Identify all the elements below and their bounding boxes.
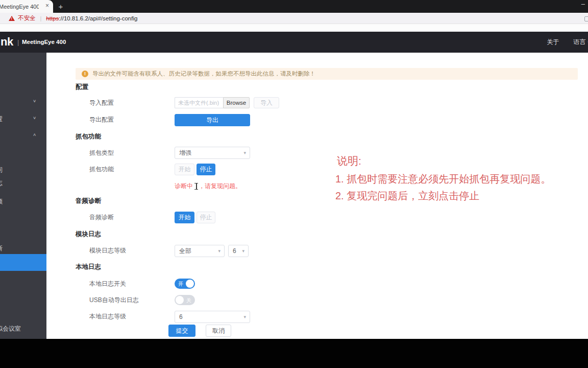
toggle-off-label: 关 — [186, 297, 191, 304]
sidebar-subitem-2[interactable]: 志 — [0, 177, 46, 189]
export-warning-alert: ! 导出的文件可能含有联系人、历史记录等数据，如果您不想导出此信息，请及时删除！ — [76, 68, 578, 80]
sidebar-group-3[interactable]: ∧ — [0, 130, 46, 142]
sidebar-item-label: 置 — [0, 115, 3, 124]
alert-text: 导出的文件可能含有联系人、历史记录等数据，如果您不想导出此信息，请及时删除！ — [92, 70, 315, 78]
status-text-pre: 诊断中 — [175, 182, 193, 191]
warning-icon: ! — [82, 71, 88, 77]
browser-tab[interactable]: MeetingEye 400 × — [0, 0, 53, 13]
url-scheme: https — [46, 15, 59, 21]
chevron-down-icon: ∨ — [33, 99, 36, 103]
browser-tabstrip: MeetingEye 400 × + – — [0, 0, 588, 13]
sidebar-item-label: 志 — [0, 179, 3, 188]
browse-button[interactable]: Browse — [223, 97, 250, 108]
letterbox-bar — [0, 339, 588, 368]
screen: MeetingEye 400 × + – 不安全 | https ://10.8… — [0, 0, 588, 368]
sidebar-item-virtual-meeting-room[interactable]: 拟会议室 — [0, 323, 46, 335]
caret-down-icon: ▾ — [242, 248, 244, 254]
sidebar-subitem-3[interactable]: 频 — [0, 195, 46, 208]
audio-diag-label: 音频诊断 — [89, 213, 114, 222]
sidebar-item-label: 频 — [0, 197, 3, 206]
window-minimize-button[interactable]: – — [581, 0, 585, 8]
url-text: ://10.81.6.2/api#/setting-config — [59, 15, 137, 21]
address-divider: | — [40, 15, 42, 21]
import-config-label: 导入配置 — [89, 99, 114, 107]
import-file-input[interactable] — [175, 97, 223, 108]
local-log-level-select[interactable]: 6 ▾ — [175, 311, 250, 323]
local-log-level-label: 本地日志等级 — [89, 312, 126, 321]
select-value: 6 — [179, 313, 183, 320]
language-label: 语言 — [573, 38, 585, 45]
chevron-down-icon: ∨ — [33, 116, 36, 120]
main-content: ! 导出的文件可能含有联系人、历史记录等数据，如果您不想导出此信息，请及时删除！… — [46, 53, 588, 339]
sidebar-item-label: 拟会议室 — [0, 325, 21, 333]
cancel-button[interactable]: 取消 — [206, 325, 231, 337]
capture-type-select[interactable]: 增强 ▾ — [175, 147, 250, 159]
section-title-module-log: 模块日志 — [76, 230, 101, 239]
section-title-config: 配置 — [76, 83, 88, 91]
logo-divider: | — [17, 38, 19, 46]
chevron-up-icon: ∧ — [33, 132, 36, 137]
capture-type-label: 抓包类型 — [89, 149, 114, 157]
export-button[interactable]: 导出 — [175, 114, 250, 126]
sidebar-item-label: 断 — [0, 244, 3, 253]
annotation-line-1: 1. 抓包时需要注意必须先开始抓包再复现问题。 — [335, 172, 551, 186]
select-value: 6 — [233, 247, 236, 255]
sidebar-item-label: 间 — [0, 166, 3, 174]
sidebar-subitem-4[interactable]: 断 — [0, 242, 46, 255]
about-menu-item[interactable]: 关于 — [547, 38, 559, 47]
select-value: 增强 — [179, 149, 191, 157]
toggle-knob — [176, 296, 184, 304]
text-cursor-icon — [194, 183, 199, 190]
caret-down-icon: ▾ — [218, 248, 220, 254]
select-value: 全部 — [179, 247, 191, 256]
export-config-label: 导出配置 — [89, 116, 114, 124]
address-bar[interactable]: 不安全 | https ://10.81.6.2/api#/setting-co… — [0, 13, 588, 24]
sidebar-group-2[interactable]: 置 ∨ — [0, 113, 46, 125]
usb-export-toggle[interactable]: 关 — [175, 295, 195, 305]
language-menu-item[interactable]: 语言▾ — [573, 38, 588, 47]
submit-button[interactable]: 提交 — [168, 325, 195, 337]
module-log-level-select[interactable]: 6 ▾ — [228, 245, 249, 257]
sidebar-nav: ∨ 置 ∨ ∧ 间 志 频 断 拟会议室 — [0, 53, 46, 339]
product-name: MeetingEye 400 — [22, 39, 66, 45]
usb-export-label: USB自动导出日志 — [89, 296, 139, 305]
new-tab-button[interactable]: + — [55, 1, 66, 12]
capture-start-button[interactable]: 开始 — [175, 164, 194, 175]
caret-down-icon: ▾ — [243, 314, 246, 319]
section-title-audio: 音频诊断 — [76, 197, 101, 205]
capture-status-text: 诊断中 ，请复现问题。 — [175, 182, 241, 191]
caret-down-icon: ▾ — [243, 150, 246, 155]
sidebar-item-selected[interactable] — [0, 254, 46, 271]
module-log-select[interactable]: 全部 ▾ — [175, 245, 225, 257]
local-log-switch-label: 本地日志开关 — [89, 280, 126, 288]
header-menu: 关于 语言▾ — [547, 32, 588, 53]
sidebar-subitem-1[interactable]: 间 — [0, 164, 46, 176]
audio-stop-button[interactable]: 停止 — [197, 212, 215, 223]
not-secure-warning-icon — [9, 16, 15, 21]
yealink-logo: nk — [1, 35, 13, 49]
capture-func-label: 抓包功能 — [89, 165, 114, 174]
toggle-knob — [186, 280, 194, 288]
audio-start-button[interactable]: 开始 — [175, 212, 194, 223]
section-title-local-log: 本地日志 — [76, 263, 101, 271]
toggle-on-label: 开 — [178, 281, 183, 288]
section-title-capture: 抓包功能 — [76, 132, 101, 141]
app-header: nk | MeetingEye 400 关于 语言▾ — [0, 32, 588, 53]
annotation-heading: 说明: — [337, 154, 361, 168]
capture-stop-button[interactable]: 停止 — [197, 164, 215, 175]
local-log-toggle[interactable]: 开 — [175, 279, 195, 289]
tab-title: MeetingEye 400 — [0, 4, 39, 10]
sidebar-group-1[interactable]: ∨ — [0, 96, 46, 108]
module-log-level-label: 模块日志等级 — [89, 246, 126, 255]
not-secure-label: 不安全 — [18, 14, 36, 22]
bookmarks-strip — [0, 24, 588, 32]
address-bar-icon[interactable] — [584, 16, 588, 21]
status-text-post: ，请复现问题。 — [199, 182, 241, 191]
import-button[interactable]: 导入 — [254, 97, 279, 108]
annotation-line-2: 2. 复现完问题后，立刻点击停止 — [335, 189, 479, 203]
tab-close-icon[interactable]: × — [45, 2, 49, 9]
